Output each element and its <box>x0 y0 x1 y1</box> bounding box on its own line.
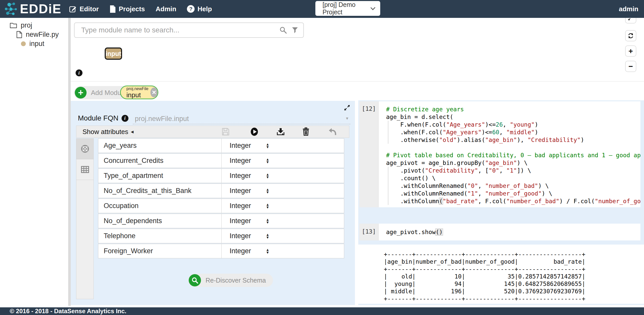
expand-icon[interactable] <box>344 104 350 111</box>
code-cell-13: [13] age_pivot.show() <box>359 224 640 240</box>
cell-execution-label: [13] <box>359 224 379 240</box>
tree-item-label: input <box>29 40 44 48</box>
cell-output: +-------+-------------+--------------+--… <box>358 245 644 304</box>
canvas-divider <box>71 81 644 81</box>
stepper-icon: ▲▼ <box>266 233 269 239</box>
project-selector[interactable]: [proj] Demo Project <box>315 1 380 16</box>
caret-down-icon: ▼ <box>345 116 349 120</box>
tab-table-view[interactable] <box>76 159 93 180</box>
cell-execution-label: [12] <box>359 101 379 207</box>
attribute-type-select[interactable]: Integer ▲▼ <box>222 169 344 183</box>
table-grid-icon <box>81 166 89 173</box>
filter-funnel-icon[interactable] <box>292 27 298 34</box>
file-icon <box>16 31 22 38</box>
table-row: Telephone Integer ▲▼ <box>98 229 344 243</box>
nav-menu: Editor Projects Admin ? Help <box>69 5 212 13</box>
tree-item-label: proj <box>21 21 32 29</box>
download-button[interactable] <box>275 126 286 137</box>
sidebar-file-tree: proj newFile.py input <box>0 18 68 307</box>
stepper-icon: ▲▼ <box>266 203 269 209</box>
sidebar-scrollbar[interactable] <box>68 18 71 306</box>
run-button[interactable] <box>249 126 260 137</box>
module-fqn-label: Module FQN i <box>78 114 128 122</box>
module-tab-name: input <box>126 92 148 98</box>
copyright-text: © 2016 - 2018 - DataSense Analytics Inc. <box>10 308 126 314</box>
tree-item-newfile[interactable]: newFile.py <box>16 31 59 39</box>
table-row: Concurrent_Credits Integer ▲▼ <box>98 153 344 168</box>
canvas-info-icon[interactable]: i <box>76 69 82 76</box>
search-input[interactable] <box>81 26 279 34</box>
attribute-name: Concurrent_Credits <box>98 154 222 168</box>
attribute-type-select[interactable]: Integer ▲▼ <box>222 229 344 243</box>
rediscover-schema-label: Re-Discover Schema <box>206 277 266 284</box>
save-button[interactable] <box>220 126 231 137</box>
attribute-name: Foreign_Worker <box>98 244 222 258</box>
stepper-icon: ▲▼ <box>266 188 269 194</box>
attribute-name: Occupation <box>98 199 222 213</box>
table-row: Foreign_Worker Integer ▲▼ <box>98 244 344 258</box>
lifering-icon <box>80 144 90 153</box>
nav-item-label: Projects <box>119 5 145 13</box>
code-editor[interactable]: age_pivot.show() <box>379 224 640 240</box>
tree-item-input[interactable]: input <box>21 40 44 48</box>
refresh-layout-button[interactable] <box>625 30 636 41</box>
zoom-out-button[interactable]: − <box>625 61 636 72</box>
help-question-icon: ? <box>187 5 195 13</box>
brand-name: EDDiE <box>20 2 62 16</box>
refresh-icon <box>627 32 634 39</box>
brand-link[interactable]: EDDiE <box>4 2 62 16</box>
tree-item-label: newFile.py <box>26 31 59 39</box>
eddie-app: EDDiE Editor Projects <box>0 0 644 315</box>
code-editor[interactable]: # Discretize age yearsage_bin = d.select… <box>379 101 640 207</box>
output-ascii-table: +-------+-------------+--------------+--… <box>384 251 585 302</box>
nav-item-label: Admin <box>156 5 176 13</box>
delete-button[interactable] <box>300 126 312 137</box>
notebook-panel: [12] # Discretize age yearsage_bin = d.s… <box>358 100 644 305</box>
module-fqn-input[interactable]: proj.newFile.input <box>135 115 189 123</box>
tab-schema-view[interactable] <box>76 139 93 159</box>
nav-item-help[interactable]: ? Help <box>187 5 212 13</box>
search-icon[interactable] <box>279 26 287 34</box>
module-search <box>74 22 304 38</box>
navbar: EDDiE Editor Projects <box>0 0 644 18</box>
fqn-underline <box>133 124 350 124</box>
attribute-type-select[interactable]: Integer ▲▼ <box>222 214 344 228</box>
projects-file-icon <box>110 5 116 13</box>
rediscover-schema-button[interactable]: Re-Discover Schema <box>188 274 273 287</box>
eddie-logo-icon <box>4 2 17 16</box>
tree-item-proj[interactable]: proj <box>10 21 32 29</box>
attribute-name: No_of_dependents <box>98 214 222 228</box>
footer: © 2016 - 2018 - DataSense Analytics Inc. <box>0 307 644 315</box>
stepper-icon: ▲▼ <box>266 218 269 224</box>
attribute-name: No_of_Credits_at_this_Bank <box>98 184 222 198</box>
attribute-type-select[interactable]: Integer ▲▼ <box>222 154 344 168</box>
canvas-node-input[interactable]: input <box>105 47 122 60</box>
show-attributes-toggle[interactable]: Show attributes ◀ <box>82 126 134 138</box>
plus-icon: + <box>75 87 87 99</box>
user-menu[interactable]: admin <box>619 0 638 18</box>
module-tab-namespace: proj.newFile <box>126 87 148 91</box>
indent-guide <box>388 121 388 144</box>
nav-item-admin[interactable]: Admin <box>156 5 176 13</box>
info-icon[interactable]: i <box>122 115 128 122</box>
attribute-name: Type_of_apartment <box>98 169 222 183</box>
close-icon[interactable]: × <box>150 88 158 97</box>
undo-button[interactable] <box>327 126 338 137</box>
stepper-icon: ▲▼ <box>266 158 269 164</box>
attribute-type-select[interactable]: Integer ▲▼ <box>222 244 344 258</box>
nav-item-projects[interactable]: Projects <box>110 5 145 13</box>
attribute-type-select[interactable]: Integer ▲▼ <box>222 139 344 153</box>
minus-icon: − <box>628 63 633 70</box>
project-selector-value: [proj] Demo Project <box>323 1 371 16</box>
stepper-icon: ▲▼ <box>266 143 269 149</box>
code-cell-12: [12] # Discretize age yearsage_bin = d.s… <box>359 101 640 207</box>
indent-guide <box>388 167 388 205</box>
nav-item-editor[interactable]: Editor <box>69 5 99 13</box>
stepper-icon: ▲▼ <box>266 173 269 179</box>
module-tab-input[interactable]: proj.newFile input × <box>120 86 158 99</box>
attributes-table: Age_years Integer ▲▼ Concurrent_Credits … <box>98 138 344 259</box>
table-row: Type_of_apartment Integer ▲▼ <box>98 168 344 183</box>
attribute-type-select[interactable]: Integer ▲▼ <box>222 184 344 198</box>
zoom-in-button[interactable]: + <box>625 45 636 57</box>
attribute-type-select[interactable]: Integer ▲▼ <box>222 199 344 213</box>
